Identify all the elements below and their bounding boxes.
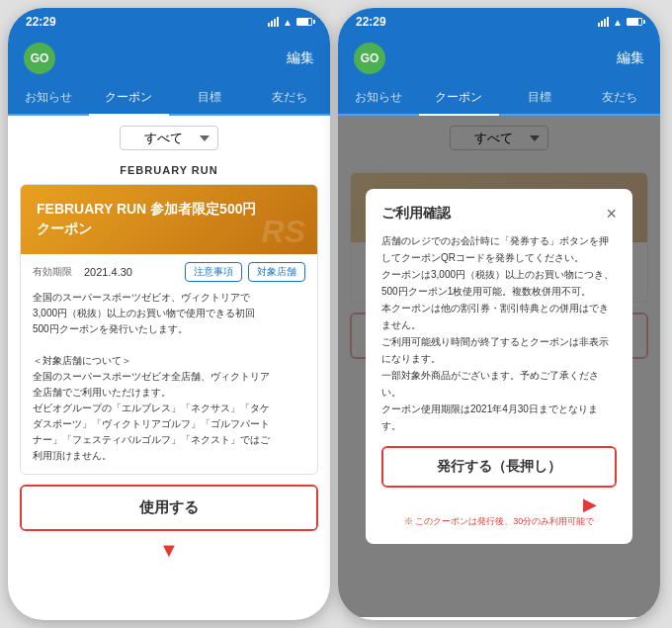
modal-title-2: ご利用確認 [381, 205, 451, 223]
expiry-date-1: 2021.4.30 [84, 266, 132, 278]
modal-box-2: ご利用確認 × 店舗のレジでのお会計時に「発券する」ボタンを押してクーポンQRコ… [366, 189, 632, 544]
modal-header-2: ご利用確認 × [381, 205, 617, 223]
filter-select-1[interactable]: すべて [120, 126, 218, 150]
tab-friends-2[interactable]: 友だち [580, 81, 661, 114]
status-icons-2: ▲ [598, 17, 642, 28]
use-button-1[interactable]: 使用する [22, 487, 316, 529]
modal-overlay-2: ご利用確認 × 店舗のレジでのお会計時に「発券する」ボタンを押してクーポンQRコ… [338, 116, 660, 617]
meta-buttons-1: 注意事項 対象店舗 [185, 262, 305, 282]
signal-icon-1 [268, 17, 279, 27]
use-btn-wrap-1: 使用する [20, 485, 318, 531]
phone-2: 22:29 ▲ GO 編集 お知らせ クーポン 目標 友だち すべて [338, 8, 660, 620]
coupon-desc-1: 全国のスーパースポーツゼビオ、ヴィクトリアで 3,000円（税抜）以上のお買い物… [21, 290, 317, 474]
status-time-2: 22:29 [356, 15, 386, 29]
status-icons-1: ▲ [268, 17, 312, 28]
tab-goal-1[interactable]: 目標 [169, 81, 250, 114]
edit-button-1[interactable]: 編集 [287, 49, 314, 67]
modal-issue-btn-wrap-2: 発行する（長押し） [381, 446, 617, 488]
status-time-1: 22:29 [26, 15, 56, 29]
tab-friends-1[interactable]: 友だち [250, 81, 331, 114]
avatar-1[interactable]: GO [24, 43, 55, 74]
notes-button-1[interactable]: 注意事項 [185, 262, 242, 282]
battery-icon-2 [627, 18, 642, 26]
status-bar-1: 22:29 ▲ [8, 8, 330, 36]
wifi-icon-1: ▲ [283, 17, 293, 28]
edit-button-2[interactable]: 編集 [617, 49, 644, 67]
modal-note-2: ※ このクーポンは発行後、30分のみ利用可能で [381, 515, 617, 528]
battery-icon-1 [296, 18, 312, 26]
tab-coupon-2[interactable]: クーポン [419, 81, 500, 116]
tab-bar-1: お知らせ クーポン 目標 友だち [8, 81, 330, 116]
stores-button-1[interactable]: 対象店舗 [248, 262, 305, 282]
tab-bar-2: お知らせ クーポン 目標 友だち [338, 81, 660, 116]
expiry-label-1: 有効期限 [33, 265, 72, 279]
coupon-watermark-1: RS [262, 214, 305, 250]
top-nav-1: GO 編集 [8, 36, 330, 81]
status-bar-2: 22:29 ▲ [338, 8, 660, 36]
tab-notices-2[interactable]: お知らせ [338, 81, 419, 114]
tab-notices-1[interactable]: お知らせ [8, 81, 89, 114]
modal-body-2: 店舗のレジでのお会計時に「発券する」ボタンを押してクーポンQRコードを発券してく… [381, 232, 617, 434]
wifi-icon-2: ▲ [613, 17, 623, 28]
modal-issue-button-2[interactable]: 発行する（長押し） [383, 448, 615, 486]
modal-arrow-icon-2: ▶ [381, 493, 617, 515]
coupon-banner-1: FEBRUARY RUN 参加者限定500円 クーポン RS [21, 185, 317, 254]
top-nav-2: GO 編集 [338, 36, 660, 81]
tab-coupon-1[interactable]: クーポン [89, 81, 170, 116]
content-bg-2: すべて FEBRUARY RUN 参加者限定500円クーポン 使用する ご利用確… [338, 116, 660, 617]
phone-1: 22:29 ▲ GO 編集 お知らせ クーポン 目標 友だち すべて FEBRU [8, 8, 330, 620]
signal-icon-2 [598, 17, 609, 27]
content-scroll-1: すべて FEBRUARY RUN FEBRUARY RUN 参加者限定500円 … [8, 116, 330, 617]
arrow-down-1: ▼ [8, 539, 330, 562]
coupon-meta-1: 有効期限 2021.4.30 注意事項 対象店舗 [21, 254, 317, 290]
section-header-1: FEBRUARY RUN [8, 160, 330, 184]
filter-row-1: すべて [8, 116, 330, 160]
modal-close-button-2[interactable]: × [606, 205, 617, 223]
avatar-2[interactable]: GO [354, 43, 385, 74]
tab-goal-2[interactable]: 目標 [499, 81, 580, 114]
coupon-card-1: FEBRUARY RUN 参加者限定500円 クーポン RS 有効期限 2021… [20, 184, 318, 475]
